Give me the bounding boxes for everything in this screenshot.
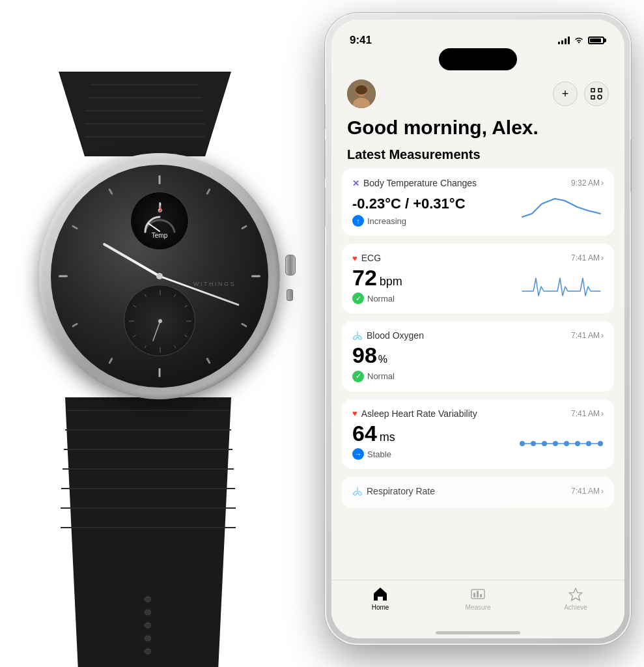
ecg-unit: bpm (380, 275, 402, 289)
temp-status-label: Increasing (367, 216, 406, 226)
svg-rect-56 (473, 593, 475, 597)
svg-rect-18 (160, 290, 161, 295)
svg-rect-11 (159, 368, 161, 377)
hrv-icon: ♥ (352, 408, 357, 418)
temp-value: -0.23°C / +0.31°C (352, 195, 519, 212)
hrv-status-label: Stable (367, 449, 391, 459)
section-title: Latest Measurements (331, 145, 624, 169)
svg-point-53 (586, 441, 591, 446)
signal-bars-icon (558, 36, 570, 44)
avatar[interactable] (347, 79, 376, 108)
hrv-unit: ms (380, 431, 395, 444)
temperature-card[interactable]: ✕ Body Temperature Changes 9:32 AM › -0.… (342, 169, 614, 236)
svg-point-31 (158, 319, 162, 323)
scan-icon (591, 88, 602, 100)
blood-oxygen-card[interactable]: Blood Oxygen 7:41 AM › 98 % (342, 321, 614, 391)
phone-screen: 9:41 (331, 20, 624, 638)
blood-oxygen-value: 98 (352, 343, 377, 367)
svg-rect-26 (133, 335, 136, 337)
ecg-chevron-icon: › (601, 253, 604, 263)
svg-rect-42 (591, 89, 595, 92)
svg-rect-43 (598, 89, 602, 92)
hrv-card-time: 7:41 AM › (571, 409, 604, 418)
svg-rect-15 (72, 225, 78, 230)
nav-measure[interactable]: Measure (429, 587, 527, 611)
ecg-card-title: ECG (361, 253, 381, 263)
svg-point-48 (531, 441, 536, 446)
home-bar (436, 631, 520, 634)
status-time: 9:41 (350, 34, 372, 47)
svg-rect-6 (206, 188, 211, 195)
svg-line-30 (153, 321, 160, 341)
ecg-status-label: Normal (367, 294, 395, 304)
measurements-list: ✕ Body Temperature Changes 9:32 AM › -0.… (331, 169, 624, 508)
ecg-value: 72 (352, 266, 377, 290)
scan-button[interactable] (584, 81, 609, 106)
hrv-chevron-icon: › (601, 409, 604, 418)
respiratory-card[interactable]: Respiratory Rate 7:41 AM › (342, 477, 614, 508)
svg-rect-10 (206, 358, 211, 364)
hrv-card[interactable]: ♥ Asleep Heart Rate Variability 7:41 AM … (342, 399, 614, 469)
svg-point-41 (356, 85, 367, 94)
svg-rect-57 (477, 591, 479, 597)
svg-point-34 (145, 623, 151, 628)
svg-point-54 (598, 441, 603, 446)
svg-rect-13 (72, 322, 78, 328)
achieve-icon (568, 587, 583, 601)
svg-rect-20 (184, 305, 188, 307)
blood-oxygen-card-time: 7:41 AM › (571, 331, 604, 340)
svg-rect-7 (241, 225, 247, 230)
app-header: + (331, 74, 624, 111)
svg-rect-28 (133, 305, 136, 307)
bottom-nav: Home Measure Achieve (331, 580, 624, 638)
svg-rect-21 (186, 321, 191, 322)
phone: 9:41 (325, 13, 631, 645)
blood-oxygen-unit: % (378, 354, 387, 365)
blood-oxygen-status-label: Normal (367, 371, 395, 381)
respiratory-chevron-icon: › (601, 487, 604, 496)
svg-rect-58 (480, 594, 482, 597)
svg-rect-12 (108, 358, 113, 364)
watch: 🌡️ Temp WITH (20, 52, 293, 619)
temp-chart (519, 191, 604, 227)
nav-achieve[interactable]: Achieve (527, 587, 624, 611)
svg-rect-25 (145, 345, 147, 348)
ecg-icon: ♥ (352, 253, 357, 263)
ecg-chart (519, 268, 604, 304)
status-icons (558, 36, 606, 44)
temp-card-title: Body Temperature Changes (363, 178, 477, 188)
svg-marker-59 (569, 588, 582, 601)
greeting-text: Good morning, Alex. (347, 116, 609, 139)
svg-line-17 (148, 223, 160, 231)
nav-home[interactable]: Home (331, 587, 429, 611)
svg-rect-5 (159, 175, 161, 184)
temp-status-dot: ↑ (352, 215, 364, 227)
nav-measure-label: Measure (466, 604, 491, 611)
nav-home-label: Home (372, 604, 389, 611)
dynamic-island (439, 48, 517, 70)
svg-rect-23 (174, 345, 176, 348)
respiratory-icon (352, 487, 363, 496)
phone-frame: 9:41 (325, 13, 631, 645)
svg-rect-29 (145, 294, 147, 298)
temp-card-time: 9:32 AM › (571, 178, 604, 188)
measure-icon (470, 587, 486, 601)
svg-point-51 (564, 441, 569, 446)
svg-point-50 (553, 441, 558, 446)
lungs-icon (352, 331, 363, 340)
svg-point-49 (542, 441, 547, 446)
add-button[interactable]: + (553, 81, 578, 106)
svg-rect-14 (59, 276, 68, 277)
blood-oxygen-status-dot: ✓ (352, 371, 364, 382)
svg-rect-22 (184, 335, 188, 337)
battery-icon (588, 36, 606, 44)
greeting-section: Good morning, Alex. (331, 111, 624, 145)
svg-rect-44 (591, 96, 595, 99)
blood-oxygen-card-title: Blood Oxygen (367, 330, 424, 341)
ecg-card[interactable]: ♥ ECG 7:41 AM › 72 bpm (342, 244, 614, 313)
svg-point-45 (598, 95, 602, 99)
svg-point-33 (145, 610, 151, 615)
wifi-icon (574, 36, 584, 44)
respiratory-card-title: Respiratory Rate (367, 486, 435, 496)
hrv-status-dot: → (352, 448, 364, 460)
